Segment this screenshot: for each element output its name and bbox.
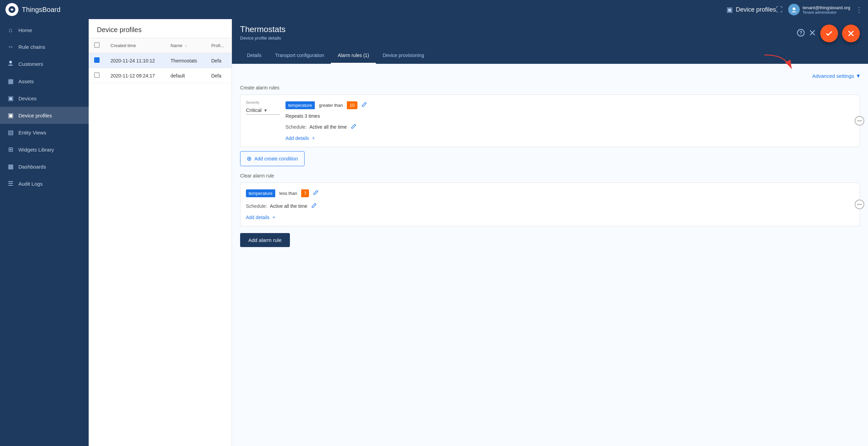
advanced-settings-chevron[interactable]: ▾	[857, 72, 860, 80]
tab-alarm-rules[interactable]: Alarm rules (1)	[331, 48, 376, 64]
remove-clear-condition-button[interactable]	[855, 200, 864, 209]
row-profile: Defa	[206, 53, 232, 68]
create-alarm-rule-card: Severity Critical ▾ temperature greater …	[240, 95, 860, 147]
audit-logs-icon: ☰	[7, 180, 14, 187]
row-checkbox-cell	[89, 68, 105, 83]
create-condition-key: temperature	[285, 101, 315, 109]
table-header-checkbox	[89, 38, 105, 53]
sidebar-item-rule-chains[interactable]: ↔ Rule chains	[0, 39, 89, 55]
detail-panel: Thermostats Device profile details ?	[232, 19, 868, 446]
help-button[interactable]: ?	[797, 29, 805, 38]
content-area: Device profiles Created time Name ↓	[89, 19, 868, 446]
sidebar-item-widgets-library[interactable]: ⊞ Widgets Library	[0, 141, 89, 158]
detail-header-actions: ?	[797, 25, 860, 42]
tab-provisioning[interactable]: Device provisioning	[376, 48, 431, 64]
page-icon: ▣	[726, 5, 733, 14]
tab-details[interactable]: Details	[240, 48, 268, 64]
severity-section: Severity Critical ▾ temperature greater …	[246, 100, 854, 141]
severity-chevron: ▾	[264, 107, 267, 113]
more-icon[interactable]: ⋮	[856, 5, 863, 14]
severity-dropdown: Severity Critical ▾	[246, 100, 280, 115]
sidebar-item-dashboards[interactable]: ▦ Dashboards	[0, 158, 89, 175]
detail-header-left: Thermostats Device profile details	[240, 25, 285, 41]
sidebar-item-device-profiles[interactable]: ▣ Device profiles	[0, 107, 89, 124]
clear-condition-area: temperature less than 7 Schedule: A	[246, 188, 854, 220]
row-created-time: 2020-11-24 11:10:12	[105, 53, 165, 68]
sidebar-item-customers-label: Customers	[18, 61, 43, 67]
home-icon: ⌂	[7, 27, 14, 34]
list-panel-header: Device profiles	[89, 19, 232, 38]
table-header-created-time[interactable]: Created time	[105, 38, 165, 53]
widgets-library-icon: ⊞	[7, 146, 14, 153]
cancel-button[interactable]	[842, 25, 860, 42]
clear-add-details-row[interactable]: Add details ＋	[246, 214, 854, 220]
clear-alarm-rule-label: Clear alarm rule	[240, 173, 860, 178]
tab-transport[interactable]: Transport configuration	[268, 48, 331, 64]
create-schedule-value: Active all the time	[309, 124, 347, 130]
list-panel: Device profiles Created time Name ↓	[89, 19, 232, 446]
detail-title: Thermostats	[240, 25, 285, 34]
edit-create-schedule-button[interactable]	[350, 122, 358, 132]
row-created-time: 2020-11-12 09:24:17	[105, 68, 165, 83]
severity-select[interactable]: Critical ▾	[246, 106, 280, 115]
sidebar-item-audit-logs[interactable]: ☰ Audit Logs	[0, 175, 89, 192]
detail-content: Advanced settings ▾ Create alarm rules S…	[232, 64, 868, 446]
advanced-settings-label[interactable]: Advanced settings	[812, 73, 854, 79]
sidebar-item-rule-chains-label: Rule chains	[18, 44, 45, 50]
select-all-checkbox[interactable]	[94, 42, 100, 48]
create-condition-value: 10	[347, 101, 357, 109]
devices-icon: ▣	[7, 95, 14, 102]
sidebar-item-customers[interactable]: Customers	[0, 55, 89, 73]
table-row[interactable]: 2020-11-12 09:24:17 default Defa	[89, 68, 232, 83]
expand-icon[interactable]: ⛶	[776, 6, 783, 14]
add-details-label: Add details	[285, 135, 309, 141]
sidebar-item-assets[interactable]: ▦ Assets	[0, 73, 89, 90]
close-button[interactable]	[809, 29, 816, 38]
row-profile: Defa	[206, 68, 232, 83]
remove-create-condition-button[interactable]	[855, 116, 864, 126]
clear-condition-operator: less than	[278, 191, 298, 196]
create-schedule-label: Schedule:	[285, 124, 307, 130]
clear-add-details-plus: ＋	[271, 214, 276, 220]
add-alarm-rule-button[interactable]: Add alarm rule	[240, 233, 290, 247]
detail-subtitle: Device profile details	[240, 35, 285, 41]
main-layout: ⌂ Home ↔ Rule chains Customers ▦ Assets …	[0, 19, 868, 446]
advanced-settings-row: Advanced settings ▾	[240, 72, 860, 80]
add-create-condition-button[interactable]: ⊕ Add create condition	[240, 151, 305, 166]
edit-clear-condition-button[interactable]	[312, 188, 320, 198]
confirm-button[interactable]	[820, 25, 838, 42]
detail-header: Thermostats Device profile details ?	[232, 19, 868, 48]
create-schedule-row: Schedule: Active all the time	[285, 122, 854, 132]
sidebar-item-devices[interactable]: ▣ Devices	[0, 90, 89, 107]
add-condition-label: Add create condition	[254, 156, 298, 161]
row-checkbox[interactable]	[94, 72, 100, 78]
sidebar-item-widgets-library-label: Widgets Library	[18, 147, 54, 153]
table-header-name[interactable]: Name ↓	[165, 38, 206, 53]
clear-alarm-rule-card: temperature less than 7 Schedule: A	[240, 183, 860, 226]
logo: ThingsBoard	[5, 3, 726, 16]
table-row[interactable]: 2020-11-24 11:10:12 Thermostats Defa	[89, 53, 232, 68]
create-condition-area: temperature greater than 10 Repeats 3 ti…	[285, 100, 854, 141]
row-checkbox[interactable]	[94, 57, 100, 63]
topbar-page-info: ▣ Device profiles	[726, 5, 776, 14]
clear-condition-row: temperature less than 7	[246, 188, 854, 198]
clear-condition-value: 7	[301, 189, 309, 197]
edit-create-condition-button[interactable]	[360, 100, 368, 110]
dashboards-icon: ▦	[7, 163, 14, 170]
sidebar-item-home[interactable]: ⌂ Home	[0, 22, 89, 39]
severity-label: Severity	[246, 100, 280, 104]
row-name: default	[165, 68, 206, 83]
sidebar-item-home-label: Home	[18, 27, 32, 33]
svg-point-1	[11, 9, 13, 11]
detail-tabs: Details Transport configuration Alarm ru…	[232, 48, 868, 64]
table-header-row: Created time Name ↓ Profi...	[89, 38, 232, 53]
topbar: ThingsBoard ▣ Device profiles ⛶ tenant@t…	[0, 0, 868, 19]
row-name: Thermostats	[165, 53, 206, 68]
sidebar-item-dashboards-label: Dashboards	[18, 164, 46, 170]
edit-clear-schedule-button[interactable]	[310, 201, 318, 211]
sidebar-item-entity-views[interactable]: ▤ Entity Views	[0, 124, 89, 141]
svg-point-3	[9, 61, 12, 63]
add-details-row[interactable]: Add details ＋	[285, 135, 854, 141]
create-alarm-rules-label: Create alarm rules	[240, 85, 860, 90]
page-title: Device profiles	[736, 6, 776, 13]
